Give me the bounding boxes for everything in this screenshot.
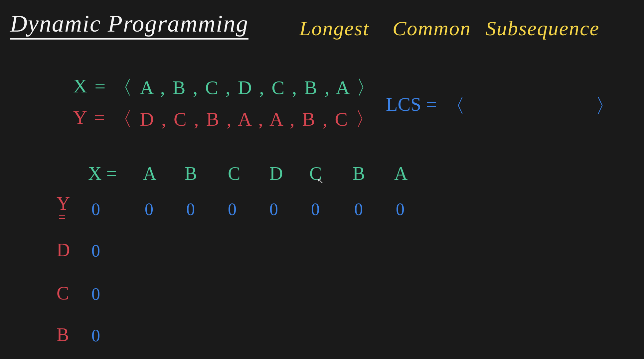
table-cell-r2-c0: 0 <box>91 284 100 304</box>
table-cell-r0-c0: 0 <box>91 199 100 219</box>
lcs-open-bracket: 〈 <box>446 93 465 119</box>
table-x-header-1: B <box>185 163 197 184</box>
lcs-close-bracket: 〉 <box>595 93 615 119</box>
table-cell-r0-c2: 0 <box>186 199 195 219</box>
table-y-header-0: D <box>57 239 70 261</box>
page-title: Dynamic Programming <box>10 10 248 40</box>
lcs-label: LCS = <box>386 93 437 115</box>
subtitle-word-3: Subsequence <box>486 17 599 40</box>
table-x-header-3: D <box>269 163 283 184</box>
table-x-header-5: B <box>353 163 365 184</box>
table-cell-r0-c4: 0 <box>269 199 278 219</box>
table-y-header-1: C <box>57 283 69 304</box>
table-x-header-6: A <box>394 163 407 184</box>
subtitle-word-1: Longest <box>299 17 369 40</box>
table-cell-r0-c6: 0 <box>354 199 363 219</box>
table-cell-r1-c0: 0 <box>91 241 100 261</box>
subtitle-word-2: Common <box>393 17 471 40</box>
sequence-y-label: Y = <box>73 106 106 129</box>
cursor-icon: ↖ <box>317 176 324 185</box>
table-cell-r0-c7: 0 <box>396 199 404 219</box>
sequence-x-value: 〈 A , B , C , D , C , B , A 〉 <box>113 75 377 101</box>
table-x-header-0: A <box>143 163 156 184</box>
table-cell-r0-c5: 0 <box>311 199 320 219</box>
table-y-header-2: B <box>57 324 69 345</box>
table-y-eq2: = <box>58 209 66 225</box>
table-cell-r0-c3: 0 <box>228 199 237 219</box>
table-cell-r3-c0: 0 <box>91 326 100 345</box>
table-cell-r0-c1: 0 <box>145 199 153 219</box>
sequence-x-label: X = <box>73 75 107 97</box>
table-x-header-2: C <box>228 163 240 184</box>
table-x-eq: X = <box>88 163 117 184</box>
sequence-y-value: 〈 D , C , B , A , A , B , C 〉 <box>113 106 376 132</box>
